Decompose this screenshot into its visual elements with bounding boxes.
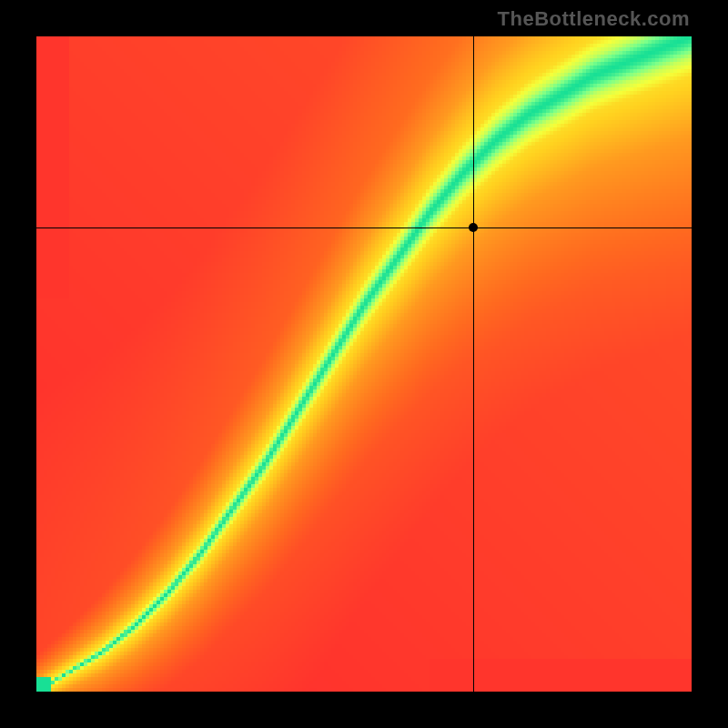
heatmap-plot [36,36,692,692]
heatmap-canvas [36,36,692,692]
watermark-text: TheBottleneck.com [498,7,690,31]
